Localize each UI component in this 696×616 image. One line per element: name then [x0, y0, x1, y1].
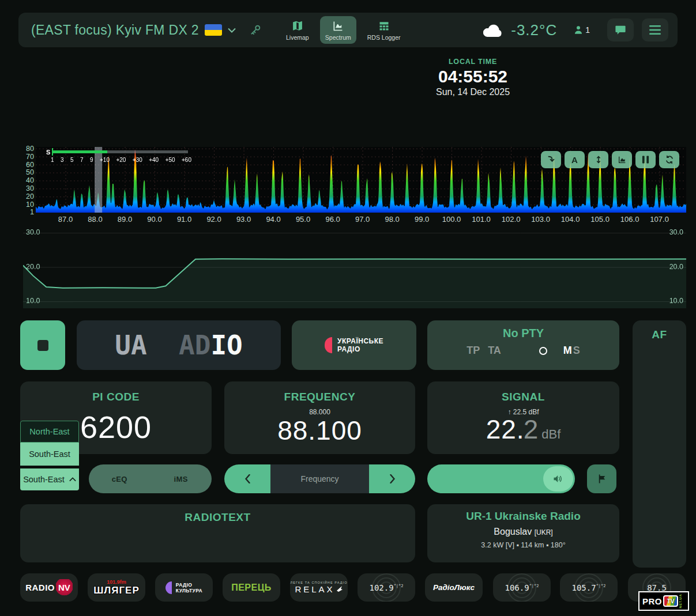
signal-history-graph: 30.030.020.020.010.010.0	[23, 226, 686, 308]
stop-icon	[37, 340, 48, 351]
spectrum-xtick: 94.0	[261, 215, 286, 224]
history-ytick: 10.0	[26, 297, 40, 305]
report-flag-button[interactable]	[587, 464, 616, 493]
volume-knob[interactable]	[543, 466, 573, 492]
radiotext-title: RADIOTEXT	[20, 511, 415, 524]
history-ytick: 20.0	[669, 263, 683, 271]
graph-style-button[interactable]	[612, 151, 632, 168]
kultura-half-circle-icon	[165, 581, 172, 594]
server-title-group[interactable]: (EAST focus) Kyiv FM DX 2	[18, 22, 261, 38]
ims-button[interactable]: iMS	[151, 464, 212, 493]
rds-ps-text: UA ADIO	[115, 330, 243, 361]
ukrainske-radio-logo-icon	[325, 337, 332, 353]
station-tile-radio-nv[interactable]: RADIONV	[20, 573, 78, 602]
menu-button[interactable]	[642, 18, 668, 41]
stop-audio-button[interactable]	[20, 320, 65, 370]
nav-rds-logger[interactable]: RDS Logger	[362, 16, 406, 44]
scroll-down-button[interactable]	[541, 151, 561, 168]
s-meter-bar	[53, 150, 188, 153]
clock-label: LOCAL TIME	[404, 58, 542, 66]
leaf-icon	[475, 573, 483, 575]
frequency-input-area	[270, 464, 369, 493]
frequency-tuner	[224, 464, 415, 493]
history-ytick: 20.0	[26, 263, 40, 271]
nav-livemap[interactable]: Livemap	[281, 16, 314, 44]
spectrum-xtick: 100.0	[439, 215, 464, 224]
fmdx-app: (EAST focus) Kyiv FM DX 2 Livemap Spectr…	[0, 0, 696, 616]
transmitter-name: UR-1 Ukrainske Radio	[427, 510, 619, 523]
transmitter-country: [UKR]	[535, 528, 553, 536]
station-tile-relax[interactable]: ЛЕГКЕ ТА СПОКІЙНЕ РАДІОRELAX	[290, 573, 348, 602]
autoscale-button[interactable]: A	[565, 151, 585, 168]
tune-up-button[interactable]	[369, 464, 415, 493]
signal-value: 22.	[486, 414, 525, 445]
server-title: (EAST focus) Kyiv FM DX 2	[31, 22, 199, 38]
spectrum-chart-icon	[332, 20, 344, 32]
eq-controls: cEQ iMS	[89, 464, 212, 493]
station-tile-shlyager[interactable]: 101.9fmШЛЯГЕР	[88, 573, 145, 602]
af-list-panel: AF	[633, 320, 686, 568]
spectrum-ytick: 70	[20, 153, 34, 161]
spectrum-xtick: 101.0	[469, 215, 494, 224]
spectrum-xtick: 105.0	[588, 215, 613, 224]
ukraine-flag-icon	[205, 24, 222, 36]
chevron-left-icon	[244, 474, 251, 483]
spectrum-xtick: 92.0	[201, 215, 227, 224]
station-tile-105-7[interactable]: 105.7”|“2	[560, 573, 618, 602]
spectrum-ytick: 10	[20, 201, 34, 209]
af-title: AF	[633, 328, 686, 341]
spectrum-xtick: 96.0	[320, 215, 345, 224]
refresh-button[interactable]	[659, 151, 679, 168]
antenna-dropdown: North-East South-East South-East	[20, 421, 79, 490]
spectrum-ytick: 50	[20, 168, 34, 176]
s-meter-ticks: 13 57 9+10 +20+30 +40+50 +60	[51, 157, 191, 163]
chat-button[interactable]	[607, 18, 634, 41]
spectrum-xtick: 95.0	[291, 215, 316, 224]
s-meter-label: S	[46, 149, 50, 155]
volume-slider[interactable]	[427, 464, 575, 493]
table-icon	[378, 20, 390, 32]
spectrum-xtick: 99.0	[409, 215, 435, 224]
top-bar: (EAST focus) Kyiv FM DX 2 Livemap Spectr…	[18, 13, 678, 47]
spectrum-analyzer: 11020304050607080 87.088.089.090.091.092…	[20, 146, 686, 226]
transmitter-location: Boguslav [UKR]	[427, 527, 619, 537]
antenna-option-north-east[interactable]: North-East	[20, 421, 79, 443]
s-meter: S 13 57 9+10 +20+30 +40+50 +60	[46, 149, 191, 163]
ceq-button[interactable]: cEQ	[89, 464, 151, 493]
transmitter-info-panel: UR-1 Ukrainske Radio Boguslav [UKR] 3.2 …	[427, 504, 619, 562]
spectrum-xtick: 88.0	[82, 215, 108, 224]
history-ytick: 30.0	[669, 228, 683, 236]
protv-watermark: PRO TV NET.UA	[638, 591, 689, 611]
chevron-up-icon	[69, 477, 76, 482]
chevron-down-icon[interactable]	[228, 28, 236, 33]
spectrum-xtick: 87.0	[53, 215, 78, 224]
pause-button[interactable]	[635, 151, 656, 168]
tune-down-button[interactable]	[224, 464, 270, 493]
spectrum-xtick: 97.0	[350, 215, 375, 224]
spectrum-xtick: 91.0	[172, 215, 197, 224]
tv-icon: TV	[663, 595, 678, 607]
admin-key-icon[interactable]	[250, 24, 261, 36]
radiotext-panel: RADIOTEXT	[20, 504, 415, 562]
stereo-mono-icon	[539, 347, 547, 355]
frequency-panel: FREQUENCY 88.000 88.100	[224, 381, 415, 454]
station-tile-perets[interactable]: ПЕРЕЦЬ	[223, 573, 280, 602]
station-tile-radio-kultura[interactable]: РАДІОКУЛЬТУРА	[155, 573, 213, 602]
station-tile-radio-lux[interactable]: РадіоЛюкс	[425, 573, 483, 602]
spectrum-ytick: 40	[20, 176, 34, 184]
station-tile-102-9[interactable]: 102.9”|“2	[358, 573, 415, 602]
frequency-input[interactable]	[270, 474, 369, 483]
spectrum-ytick: 80	[20, 145, 34, 153]
station-tile-106-9[interactable]: 106.9”|“2	[493, 573, 551, 602]
history-ytick: 10.0	[669, 297, 683, 305]
station-logo-panel[interactable]: УКРАЇНСЬКЕ РАДІО	[292, 320, 416, 370]
antenna-option-south-east[interactable]: South-East	[20, 443, 79, 466]
spectrum-xtick: 103.0	[528, 215, 554, 224]
antenna-select[interactable]: South-East	[20, 468, 79, 490]
listeners[interactable]: 1	[573, 25, 590, 35]
temperature: -3.2°C	[511, 21, 557, 39]
frequency-value: 88.100	[224, 415, 415, 446]
fit-vertical-button[interactable]	[588, 151, 608, 168]
spectrum-toolbar: A	[541, 151, 679, 168]
nav-spectrum[interactable]: Spectrum	[320, 16, 356, 44]
